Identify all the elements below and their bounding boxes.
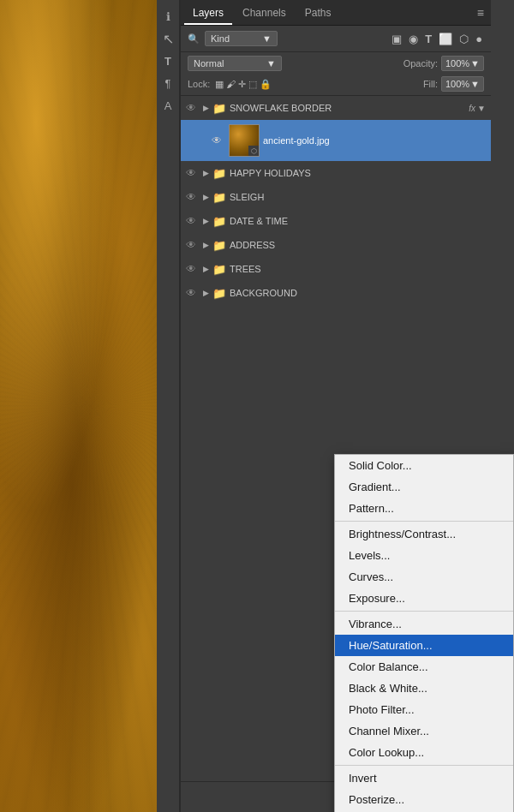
opacity-label: Opacity: [403, 58, 438, 69]
fill-row: Fill: 100% ▼ [423, 76, 484, 92]
menu-brightness-contrast[interactable]: Brightness/Contrast... [335, 523, 513, 545]
opacity-row: Opacity: 100% ▼ [403, 56, 484, 71]
arrow-trees[interactable]: ▶ [203, 265, 209, 273]
layer-group-happy-holidays[interactable]: 👁 ▶ 📁 HAPPY HOLIDAYS [181, 161, 491, 185]
lock-paint-icon[interactable]: 🖌 [226, 79, 236, 90]
layer-group-background[interactable]: 👁 ▶ 📁 BACKGROUND [181, 281, 491, 305]
arrow-snowflake[interactable]: ▶ [203, 104, 209, 112]
fx-badge-snowflake: fx ▼ [469, 104, 486, 113]
blend-row: Normal ▼ Opacity: 100% ▼ [181, 52, 491, 75]
menu-separator-2 [335, 611, 513, 612]
folder-icon-background: 📁 [212, 287, 226, 300]
layer-group-sleigh[interactable]: 👁 ▶ 📁 SLEIGH [181, 185, 491, 209]
arrow-happy[interactable]: ▶ [203, 169, 209, 177]
fill-label: Fill: [423, 79, 438, 89]
layer-name-trees: TREES [230, 264, 486, 274]
kind-dropdown[interactable]: Kind ▼ [205, 31, 278, 46]
folder-icon-trees: 📁 [212, 263, 226, 276]
select-icon[interactable]: ↖ [158, 29, 177, 48]
tab-layers[interactable]: Layers [184, 3, 232, 25]
canvas-texture [0, 0, 180, 812]
arrow-background[interactable]: ▶ [203, 289, 209, 297]
text-icon[interactable]: T [158, 51, 177, 70]
panel-menu-icon[interactable]: ≡ [474, 2, 487, 24]
filter-adjustment-icon[interactable]: ◉ [407, 32, 420, 46]
folder-icon-datetime: 📁 [212, 215, 226, 228]
arrow-datetime[interactable]: ▶ [203, 217, 209, 225]
eye-icon-datetime[interactable]: 👁 [186, 215, 200, 227]
tab-channels[interactable]: Channels [234, 3, 295, 25]
eye-icon-gold[interactable]: 👁 [212, 134, 225, 146]
layer-group-address[interactable]: 👁 ▶ 📁 ADDRESS [181, 233, 491, 257]
menu-invert[interactable]: Invert [335, 767, 513, 789]
tab-paths[interactable]: Paths [296, 3, 340, 25]
context-menu: Solid Color... Gradient... Pattern... Br… [334, 454, 514, 812]
menu-pattern[interactable]: Pattern... [335, 498, 513, 519]
folder-icon-sleigh: 📁 [212, 191, 226, 204]
fill-input[interactable]: 100% ▼ [441, 76, 484, 92]
lock-transparency-icon[interactable]: ▦ [215, 79, 224, 90]
left-toolbar: ℹ ↖ T ¶ A [157, 0, 180, 812]
filter-icons: ▣ ◉ T ⬜ ⬡ ● [390, 32, 484, 46]
menu-black-white[interactable]: Black & White... [335, 678, 513, 699]
menu-exposure[interactable]: Exposure... [335, 588, 513, 609]
layer-name-sleigh: SLEIGH [230, 192, 486, 202]
menu-separator-3 [335, 765, 513, 766]
filter-type-icon[interactable]: T [423, 32, 433, 46]
lock-position-icon[interactable]: ✛ [238, 79, 246, 90]
layer-name-happy: HAPPY HOLIDAYS [230, 168, 486, 178]
layer-thumb-gold: ⬡ [229, 124, 260, 157]
canvas-area: ℹ ↖ T ¶ A [0, 0, 180, 812]
filter-shape-icon[interactable]: ⬜ [437, 32, 454, 46]
eye-icon-trees[interactable]: 👁 [186, 263, 200, 275]
arrow-sleigh[interactable]: ▶ [203, 193, 209, 201]
lock-label: Lock: [188, 79, 210, 89]
menu-color-balance[interactable]: Color Balance... [335, 656, 513, 678]
arrow-address[interactable]: ▶ [203, 241, 209, 249]
menu-color-lookup[interactable]: Color Lookup... [335, 742, 513, 763]
lock-artboard-icon[interactable]: ⬚ [248, 79, 257, 90]
eye-icon-snowflake[interactable]: 👁 [186, 102, 200, 114]
layer-name-datetime: DATE & TIME [230, 216, 486, 226]
lock-icons: ▦ 🖌 ✛ ⬚ 🔒 [215, 79, 272, 90]
menu-vibrance[interactable]: Vibrance... [335, 613, 513, 635]
eye-icon-sleigh[interactable]: 👁 [186, 191, 200, 203]
paragraph-icon[interactable]: ¶ [158, 74, 177, 93]
menu-hue-saturation[interactable]: Hue/Saturation... [335, 635, 513, 656]
folder-icon-address: 📁 [212, 239, 226, 252]
layer-name-address: ADDRESS [230, 240, 486, 250]
menu-solid-color[interactable]: Solid Color... [335, 455, 513, 476]
panel-tabs: Layers Channels Paths ≡ [181, 0, 491, 26]
eye-icon-background[interactable]: 👁 [186, 287, 200, 299]
layer-item-ancient-gold[interactable]: 👁 ⬡ ancient-gold.jpg [181, 120, 491, 161]
folder-icon-snowflake: 📁 [212, 102, 226, 115]
tabs-left: Layers Channels Paths [184, 3, 339, 25]
search-icon: 🔍 [188, 33, 200, 45]
layer-name-snowflake: SNOWFLAKE BORDER [230, 103, 465, 113]
menu-levels[interactable]: Levels... [335, 545, 513, 566]
thumb-badge: ⬡ [248, 146, 259, 156]
menu-separator-1 [335, 521, 513, 522]
layer-name-background: BACKGROUND [230, 288, 486, 298]
menu-photo-filter[interactable]: Photo Filter... [335, 699, 513, 720]
lock-row: Lock: ▦ 🖌 ✛ ⬚ 🔒 Fill: 100% ▼ [181, 75, 491, 96]
layer-group-trees[interactable]: 👁 ▶ 📁 TREES [181, 257, 491, 281]
eye-icon-address[interactable]: 👁 [186, 239, 200, 251]
layer-group-snowflake[interactable]: 👁 ▶ 📁 SNOWFLAKE BORDER fx ▼ [181, 96, 491, 120]
eye-icon-happy[interactable]: 👁 [186, 167, 200, 179]
opacity-input[interactable]: 100% ▼ [441, 56, 484, 71]
menu-channel-mixer[interactable]: Channel Mixer... [335, 720, 513, 742]
filter-smart-icon[interactable]: ⬡ [457, 32, 470, 46]
info-icon[interactable]: ℹ [158, 7, 177, 26]
layer-name-gold: ancient-gold.jpg [263, 135, 486, 146]
menu-gradient[interactable]: Gradient... [335, 476, 513, 498]
blend-mode-dropdown[interactable]: Normal ▼ [188, 56, 282, 71]
layer-group-datetime[interactable]: 👁 ▶ 📁 DATE & TIME [181, 209, 491, 233]
filter-circle-icon[interactable]: ● [474, 32, 484, 46]
menu-curves[interactable]: Curves... [335, 566, 513, 588]
lock-all-icon[interactable]: 🔒 [260, 79, 272, 90]
folder-icon-happy: 📁 [212, 167, 226, 180]
shape-icon[interactable]: A [158, 96, 177, 115]
menu-posterize[interactable]: Posterize... [335, 789, 513, 810]
filter-pixel-icon[interactable]: ▣ [390, 32, 403, 46]
